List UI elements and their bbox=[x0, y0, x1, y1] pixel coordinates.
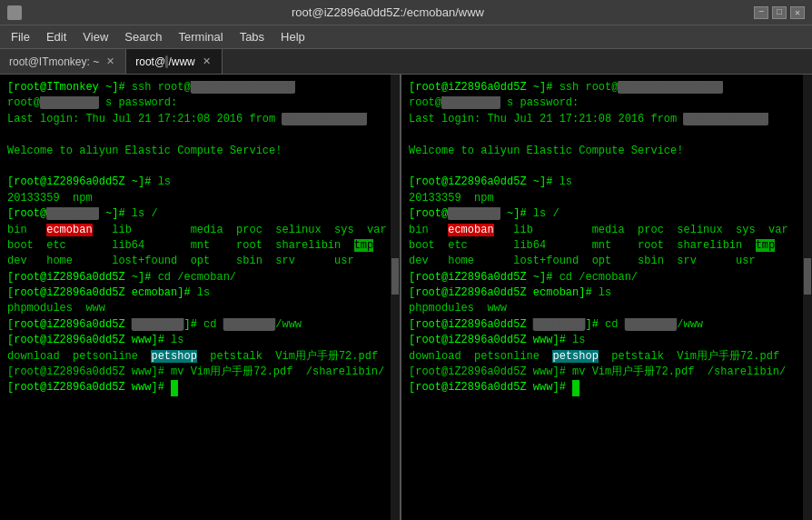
title-bar: root@iZ2896a0dd5Z:/ecmoban/www − □ ✕ bbox=[0, 0, 812, 25]
terminal-right-content: [root@iZ2896a0dd5Z ~]# ssh root@████████… bbox=[409, 80, 805, 396]
menu-file[interactable]: File bbox=[4, 28, 37, 45]
menu-help[interactable]: Help bbox=[273, 28, 312, 45]
left-scrollbar[interactable] bbox=[391, 75, 400, 520]
right-scrollbar-thumb[interactable] bbox=[804, 258, 811, 295]
close-button[interactable]: ✕ bbox=[790, 6, 805, 19]
maximize-button[interactable]: □ bbox=[772, 6, 787, 19]
menu-search[interactable]: Search bbox=[117, 28, 169, 45]
terminal-left[interactable]: [root@ITmonkey ~]# ssh root@████████████… bbox=[0, 75, 401, 520]
menu-edit[interactable]: Edit bbox=[39, 28, 74, 45]
tab-remote-close[interactable]: ✕ bbox=[201, 55, 213, 67]
terminal-area: [root@ITmonkey ~]# ssh root@████████████… bbox=[0, 75, 812, 520]
tab-remote[interactable]: root@ /www ✕ bbox=[126, 49, 223, 74]
window-title: root@iZ2896a0dd5Z:/ecmoban/www bbox=[22, 5, 754, 19]
window-controls[interactable]: − □ ✕ bbox=[754, 6, 805, 19]
minimize-button[interactable]: − bbox=[754, 6, 768, 19]
tab-remote-label: root@ /www bbox=[135, 55, 195, 68]
menu-view[interactable]: View bbox=[75, 28, 115, 45]
menu-bar: File Edit View Search Terminal Tabs Help bbox=[0, 25, 812, 49]
right-scrollbar[interactable] bbox=[803, 75, 812, 520]
terminal-left-content: [root@ITmonkey ~]# ssh root@████████████… bbox=[7, 80, 392, 396]
terminal-right[interactable]: [root@iZ2896a0dd5Z ~]# ssh root@████████… bbox=[401, 75, 812, 520]
tab-local[interactable]: root@ITmonkey: ~ ✕ bbox=[0, 49, 126, 74]
tab-local-label: root@ITmonkey: ~ bbox=[9, 55, 99, 68]
tab-local-close[interactable]: ✕ bbox=[104, 55, 116, 67]
terminal-icon bbox=[7, 5, 22, 20]
menu-terminal[interactable]: Terminal bbox=[172, 28, 231, 45]
menu-tabs[interactable]: Tabs bbox=[233, 28, 272, 45]
tab-bar: root@ITmonkey: ~ ✕ root@ /www ✕ bbox=[0, 49, 812, 75]
left-scrollbar-thumb[interactable] bbox=[391, 258, 399, 295]
